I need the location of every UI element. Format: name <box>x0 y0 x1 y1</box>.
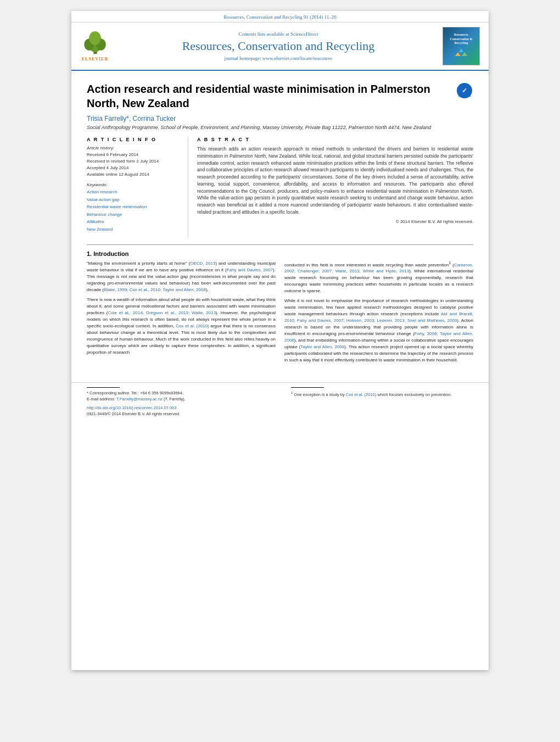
header-area: ELSEVIER Contents lists available at Sci… <box>71 23 489 71</box>
keyword-item[interactable]: Residential waste minimisation <box>87 203 181 211</box>
elsevier-tree-icon <box>80 31 110 55</box>
footer-links: * Corresponding author. Tel.: +64 6 356 … <box>87 387 473 417</box>
elsevier-wordmark: ELSEVIER <box>82 57 108 62</box>
keywords-label: Keywords: <box>87 182 181 187</box>
copyright: © 2014 Elsevier B.V. All rights reserved… <box>197 219 473 224</box>
ref-taylor[interactable]: Taylor and Allen, 2008 <box>300 344 344 349</box>
keywords-list: Action researchValue-action gapResidenti… <box>87 188 181 233</box>
sciencedirect-text: Contents lists available at ScienceDirec… <box>114 31 443 37</box>
article-title-section: Action research and residential waste mi… <box>87 82 473 110</box>
accepted-date: Accepted 4 July 2014 <box>87 165 181 171</box>
homepage-url[interactable]: www.elsevier.com/locate/resconrec <box>262 55 332 61</box>
article-title: Action research and residential waste mi… <box>87 82 449 110</box>
body-p3: conducted in this field is more interest… <box>284 260 473 295</box>
authors: Trisia Farrelly*, Corrina Tucker <box>87 115 473 122</box>
body-col-left: "Making the environment a priority start… <box>87 260 276 367</box>
ref-cox2010[interactable]: Cox et al. (2010) <box>176 323 209 328</box>
svg-text:✓: ✓ <box>462 87 467 94</box>
journal-cover-thumbnail: ResourcesConservation &Recycling <box>443 27 480 65</box>
elsevier-logo: ELSEVIER <box>76 31 114 62</box>
affiliation: Social Anthropology Programme, School of… <box>87 125 473 130</box>
article-page: Resources, Conservation and Recycling 91… <box>71 11 489 670</box>
article-info-heading: A R T I C L E I N F O <box>87 137 181 142</box>
section1-title: 1. Introduction <box>87 250 473 257</box>
journal-citation: Resources, Conservation and Recycling 91… <box>223 14 336 20</box>
footnote1-text: 1 One exception is a study by Cox et al.… <box>291 390 473 398</box>
body-p2: There is now a wealth of information abo… <box>87 297 276 356</box>
article-history: Article history: Received 6 February 201… <box>87 146 181 178</box>
abstract-heading: A B S T R A C T <box>197 137 473 142</box>
keyword-item[interactable]: Value-action gap <box>87 196 181 204</box>
footnote-col-left: * Corresponding author. Tel.: +64 6 356 … <box>87 387 269 417</box>
online-date: Available online 12 August 2014 <box>87 171 181 178</box>
body-p4: While it is not novel to emphasise the i… <box>284 298 473 364</box>
keyword-item[interactable]: Attitudes <box>87 218 181 226</box>
email-link[interactable]: T.Farrelly@massey.ac.nz <box>116 397 163 401</box>
article-content: Action research and residential waste mi… <box>71 71 489 378</box>
keyword-item[interactable]: New Zealand <box>87 226 181 233</box>
history-label: Article history: <box>87 146 181 150</box>
keywords-group: Keywords: Action researchValue-action ga… <box>87 182 181 233</box>
header-center: Contents lists available at ScienceDirec… <box>114 31 443 61</box>
received-date: Received 6 February 2014 <box>87 152 181 158</box>
issn: 0921-3449/© 2014 Elsevier B.V. All right… <box>87 411 269 417</box>
cover-text: ResourcesConservation &Recycling <box>450 33 473 46</box>
body-p1: "Making the environment a priority start… <box>87 260 276 293</box>
ref-cole[interactable]: Cole et al., 2014; Grégson et al., 2013;… <box>108 310 216 315</box>
article-info: A R T I C L E I N F O Article history: R… <box>87 137 188 238</box>
homepage-link: journal homepage: www.elsevier.com/locat… <box>114 55 443 61</box>
corresponding-author: * Corresponding author. Tel.: +64 6 356 … <box>87 390 269 403</box>
keyword-item[interactable]: Action research <box>87 188 181 196</box>
ref-blake[interactable]: Blake, 1999; Cox et al., 2010; Taylor an… <box>104 287 206 292</box>
sciencedirect-link[interactable]: ScienceDirect <box>290 31 318 37</box>
ref-oecd[interactable]: OECD, 2013 <box>190 261 215 266</box>
ref-cameron[interactable]: Cameron, 2002; Challenger, 2007; Waite, … <box>284 262 473 274</box>
ref-fahy-davies[interactable]: Fahy and Davies, 2007 <box>227 267 273 272</box>
svg-text:CrossMark: CrossMark <box>458 94 472 98</box>
revised-date: Received in revised form 2 July 2014 <box>87 158 181 165</box>
footnote-col-right: 1 One exception is a study by Cox et al.… <box>291 387 473 417</box>
crossmark-icon[interactable]: ✓ CrossMark <box>456 82 473 99</box>
section-divider <box>87 244 473 245</box>
body-col-right: conducted in this field is more interest… <box>284 260 473 367</box>
ref-fahy2006[interactable]: Fahy, 2006; Taylor and Allen, 2008 <box>284 331 473 343</box>
recycling-icon <box>453 47 469 59</box>
ref-aid[interactable]: Aid and Brandt, 2010; Fahy and Davies, 2… <box>284 311 473 323</box>
doi-link: http://dx.doi.org/10.1016/j.resconrec.20… <box>87 405 269 411</box>
footer-rule <box>87 387 120 388</box>
info-abstract-section: A R T I C L E I N F O Article history: R… <box>87 137 473 238</box>
journal-title: Resources, Conservation and Recycling <box>114 39 443 53</box>
keyword-item[interactable]: Behaviour change <box>87 211 181 219</box>
svg-point-4 <box>89 31 101 45</box>
abstract-col: A B S T R A C T This research adds an ac… <box>197 137 473 238</box>
doi-url[interactable]: http://dx.doi.org/10.1016/j.resconrec.20… <box>87 405 176 410</box>
footnote-rule <box>291 387 324 388</box>
journal-link-bar[interactable]: Resources, Conservation and Recycling 91… <box>71 11 489 23</box>
footer: * Corresponding author. Tel.: +64 6 356 … <box>71 382 489 422</box>
ref-cox-footnote[interactable]: Cox et al. (2010) <box>346 392 376 397</box>
body-text-cols: "Making the environment a priority start… <box>87 260 473 367</box>
abstract-text: This research adds an action research ap… <box>197 146 473 216</box>
